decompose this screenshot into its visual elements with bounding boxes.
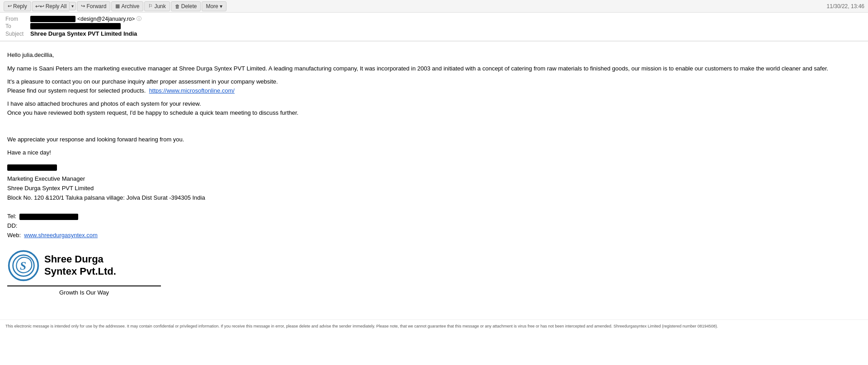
archive-icon: ▦ xyxy=(115,3,120,9)
svg-text:S: S xyxy=(20,260,26,272)
subject-row: Subject Shree Durga Syntex PVT Limited I… xyxy=(5,30,863,37)
email-para5: Have a nice day! xyxy=(7,148,861,157)
sig-title: Marketing Executive Manager xyxy=(7,174,861,184)
logo-name: Shree Durga Syntex Pvt.Ltd. xyxy=(44,253,116,277)
email-meta: From <design@24january.ro> ⓘ To Subject … xyxy=(0,13,868,41)
more-chevron-icon: ▾ xyxy=(220,3,222,9)
email-para1: My name is Saani Peters am the marketing… xyxy=(7,64,861,73)
sender-email: <design@24january.ro> xyxy=(77,16,135,22)
more-button[interactable]: More ▾ xyxy=(202,1,226,11)
sig-dd-row: DD: xyxy=(7,221,861,231)
logo-symbol-svg: S xyxy=(7,249,40,282)
logo-text: Shree Durga Syntex Pvt.Ltd. xyxy=(44,253,116,277)
sig-address: Block No. 120 &120/1 Taluka palsana vill… xyxy=(7,193,861,203)
email-para3a: I have also attached brochures and photo… xyxy=(7,100,201,107)
email-para3b: Once you have reviewed both system reque… xyxy=(7,109,298,116)
from-row: From <design@24january.ro> ⓘ xyxy=(5,15,863,22)
email-body: Hello julia.decillia, My name is Saani P… xyxy=(0,42,868,306)
email-para3: I have also attached brochures and photo… xyxy=(7,99,861,117)
email-timestamp: 11/30/22, 13:46 xyxy=(827,3,864,9)
sig-tel-label: Tel: xyxy=(7,213,16,220)
company-logo: S Shree Durga Syntex Pvt.Ltd. Growth Is … xyxy=(7,249,161,297)
reply-icon: ↩ xyxy=(8,3,12,9)
email-para4 xyxy=(7,122,861,131)
toolbar-right: 11/30/22, 13:46 xyxy=(820,3,864,9)
subject-text: Shree Durga Syntex PVT Limited India xyxy=(30,30,137,37)
sig-tel-redacted xyxy=(19,214,78,220)
reply-all-group: ↩↩ Reply All ▾ xyxy=(32,1,76,11)
from-label: From xyxy=(5,16,30,22)
email-para4-text: We appreciate your response and looking … xyxy=(7,135,861,144)
reply-all-button[interactable]: ↩↩ Reply All xyxy=(32,1,70,11)
email-signature: Marketing Executive Manager Shree Durga … xyxy=(7,164,861,240)
email-disclaimer: This electronic message is intended only… xyxy=(0,319,868,333)
subject-label: Subject xyxy=(5,31,30,37)
email-link[interactable]: https://www.microsoftonline.com/ xyxy=(149,87,235,94)
reply-all-dropdown[interactable]: ▾ xyxy=(69,2,76,10)
sig-name-redacted xyxy=(7,164,57,171)
junk-button[interactable]: ⚐ Junk xyxy=(144,1,170,11)
sig-tel-row: Tel: xyxy=(7,212,861,221)
email-para2a: It's a pleasure to contact you on our pu… xyxy=(7,78,278,85)
recipient-redacted xyxy=(30,23,121,29)
sig-web-row: Web: www.shreedurgasyntex.com xyxy=(7,231,861,240)
forward-button[interactable]: ↪ Forward xyxy=(77,1,110,11)
info-icon[interactable]: ⓘ xyxy=(137,15,142,22)
email-para2b: Please find our system request for selec… xyxy=(7,87,146,94)
sig-company: Shree Durga Syntex PVT Limited xyxy=(7,184,861,193)
sig-web-link[interactable]: www.shreedurgasyntex.com xyxy=(24,232,98,239)
email-greeting: Hello julia.decillia, xyxy=(7,51,861,60)
logo-box: S Shree Durga Syntex Pvt.Ltd. xyxy=(7,249,116,282)
delete-button[interactable]: 🗑 Delete xyxy=(171,1,201,11)
sender-name-redacted xyxy=(30,16,75,22)
forward-icon: ↪ xyxy=(81,3,85,9)
archive-button[interactable]: ▦ Archive xyxy=(111,1,143,11)
junk-icon: ⚐ xyxy=(148,3,153,9)
reply-all-icon: ↩↩ xyxy=(35,3,44,9)
reply-button[interactable]: ↩ Reply xyxy=(4,1,31,11)
logo-tagline: Growth Is Our Way xyxy=(7,285,161,297)
to-row: To xyxy=(5,23,863,29)
delete-icon: 🗑 xyxy=(175,4,180,9)
sig-dd-label: DD: xyxy=(7,222,17,229)
toolbar-actions: ↩ Reply ↩↩ Reply All ▾ ↪ Forward ▦ Archi… xyxy=(4,1,226,11)
from-value: <design@24january.ro> ⓘ xyxy=(30,15,142,22)
email-toolbar: ↩ Reply ↩↩ Reply All ▾ ↪ Forward ▦ Archi… xyxy=(0,0,868,13)
email-para2: It's a pleasure to contact you on our pu… xyxy=(7,77,861,95)
sig-web-label: Web: xyxy=(7,232,21,239)
to-label: To xyxy=(5,23,30,29)
